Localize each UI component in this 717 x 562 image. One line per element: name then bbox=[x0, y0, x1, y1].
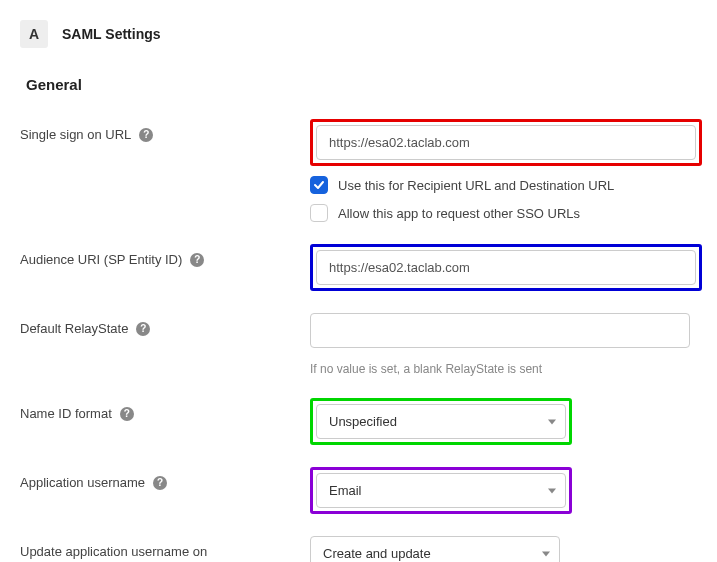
highlight-sso-url bbox=[310, 119, 702, 166]
label-update-on: Update application username on bbox=[20, 544, 207, 559]
audience-uri-input[interactable] bbox=[316, 250, 696, 285]
row-relay-state: Default RelayState ? If no value is set,… bbox=[20, 313, 697, 376]
row-app-username: Application username ? Email bbox=[20, 467, 697, 514]
help-icon[interactable]: ? bbox=[139, 128, 153, 142]
checkbox-allow-sso-urls[interactable] bbox=[310, 204, 328, 222]
section-title-general: General bbox=[26, 76, 697, 93]
checkbox-recipient-label: Use this for Recipient URL and Destinati… bbox=[338, 178, 614, 193]
sso-url-input[interactable] bbox=[316, 125, 696, 160]
row-name-id: Name ID format ? Unspecified bbox=[20, 398, 697, 445]
row-sso-url: Single sign on URL ? Use this for Recipi… bbox=[20, 119, 697, 222]
app-badge: A bbox=[20, 20, 48, 48]
name-id-select[interactable]: Unspecified bbox=[316, 404, 566, 439]
relay-state-hint: If no value is set, a blank RelayState i… bbox=[310, 362, 697, 376]
checkbox-allow-label: Allow this app to request other SSO URLs bbox=[338, 206, 580, 221]
highlight-audience-uri bbox=[310, 244, 702, 291]
highlight-app-username: Email bbox=[310, 467, 572, 514]
highlight-name-id: Unspecified bbox=[310, 398, 572, 445]
label-audience-uri: Audience URI (SP Entity ID) bbox=[20, 252, 182, 267]
help-icon[interactable]: ? bbox=[153, 476, 167, 490]
relay-state-input[interactable] bbox=[310, 313, 690, 348]
row-update-on: Update application username on Create an… bbox=[20, 536, 697, 562]
help-icon[interactable]: ? bbox=[120, 407, 134, 421]
checkbox-recipient-url[interactable] bbox=[310, 176, 328, 194]
checkmark-icon bbox=[313, 179, 325, 191]
help-icon[interactable]: ? bbox=[136, 322, 150, 336]
page-title: SAML Settings bbox=[62, 26, 161, 42]
label-app-username: Application username bbox=[20, 475, 145, 490]
help-icon[interactable]: ? bbox=[190, 253, 204, 267]
app-username-select[interactable]: Email bbox=[316, 473, 566, 508]
label-name-id: Name ID format bbox=[20, 406, 112, 421]
page-header: A SAML Settings bbox=[20, 20, 697, 48]
row-audience-uri: Audience URI (SP Entity ID) ? bbox=[20, 244, 697, 291]
label-relay-state: Default RelayState bbox=[20, 321, 128, 336]
label-sso-url: Single sign on URL bbox=[20, 127, 131, 142]
update-on-select[interactable]: Create and update bbox=[310, 536, 560, 562]
